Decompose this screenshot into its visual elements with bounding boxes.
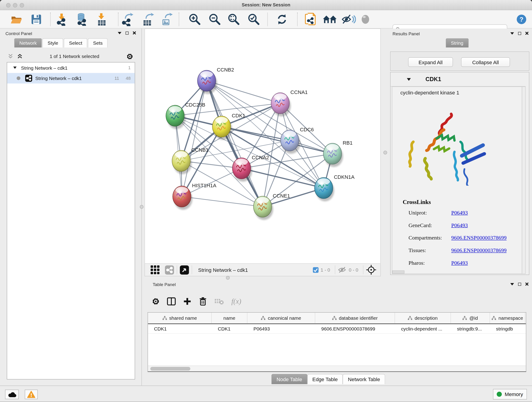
results-hscrollbar[interactable] [392,270,404,274]
warning-button[interactable] [25,390,38,399]
tab-string[interactable]: String [446,38,469,47]
network-graph[interactable]: CCNB2CCNA1CDC25BCDK1CDC6RB1CCNB1CCNA2CDK… [145,29,380,263]
delete-column-icon[interactable] [199,297,207,306]
node-CCNB2[interactable]: CCNB2 [197,67,234,94]
protein-entry-header[interactable]: CDK1 [390,72,525,86]
export-table-icon[interactable] [141,13,156,26]
node-CCNA2[interactable]: CCNA2 [232,155,269,182]
node-HIST1H1A[interactable]: HIST1H1A [173,183,216,210]
add-column-icon[interactable] [183,297,191,306]
panel-menu-icon[interactable] [510,32,514,34]
eye-disabled-icon[interactable] [358,13,373,26]
collapse-all-button[interactable]: Collapse All [461,57,510,67]
tree-expander-icon[interactable] [13,66,17,69]
edge-CCNA2-HIST1H1A[interactable] [182,168,242,197]
panel-close-icon[interactable] [133,31,136,35]
panel-float-icon[interactable] [126,32,128,34]
expand-all-chevron-icon[interactable] [17,54,22,59]
node-CCNE1[interactable]: CCNE1 [253,193,290,220]
left-splitter-handle[interactable] [140,205,143,209]
panel-float-icon[interactable] [518,283,521,286]
tab-edge-table[interactable]: Edge Table [307,374,343,384]
horizontal-splitter-handle[interactable] [226,276,230,280]
network-options-gear-icon[interactable] [127,53,133,60]
zoom-fit-icon[interactable] [226,13,241,26]
table-cell[interactable]: cyclin-dependent ... [395,324,451,333]
node-CCNB1[interactable]: CCNB1 [172,147,209,174]
tab-node-table[interactable]: Node Table [272,374,307,384]
panel-menu-icon[interactable] [510,283,514,285]
refresh-icon[interactable] [274,13,289,26]
cloud-button[interactable] [5,390,19,399]
table-row[interactable]: CDK1CDK1P064939606.ENSP00000378699cyclin… [148,324,526,333]
table-options-gear-icon[interactable] [152,298,159,305]
panel-close-icon[interactable] [525,32,529,35]
column-header-id[interactable]: @id [451,313,490,323]
entry-expander-icon[interactable] [407,78,411,81]
column-header-description[interactable]: description [395,313,451,323]
share-document-icon[interactable] [303,13,318,26]
save-session-icon[interactable] [29,13,44,26]
zoom-selected-icon[interactable] [246,13,261,26]
table-cell[interactable]: P06493 [247,324,315,333]
table-cell[interactable]: 9606.ENSP00000378699 [315,324,395,333]
node-RB1[interactable]: RB1 [323,140,353,167]
edge-CCNB2-HIST1H1A[interactable] [182,81,207,196]
tab-sets[interactable]: Sets [88,38,108,47]
help-icon[interactable]: ? [514,13,529,26]
export-image-icon[interactable] [159,13,174,26]
memory-button[interactable]: Memory [493,389,527,400]
crosslink-link[interactable]: 9606.ENSP00000378699 [451,248,507,254]
crosslink-link[interactable]: P06493 [451,222,468,229]
selected-checkbox-icon[interactable] [313,267,318,273]
node-CDKN1A[interactable]: CDKN1A [315,174,355,201]
network-collection-row[interactable]: String Network – cdk1 1 [7,62,135,73]
edge-CDKN1A-CCNE1[interactable] [263,188,324,206]
network-row[interactable]: String Network – cdk1 11 48 [7,73,135,83]
hide-panel-eye-icon[interactable] [341,13,356,26]
tab-select[interactable]: Select [64,38,87,47]
expand-all-button[interactable]: Expand All [408,57,453,67]
crosslink-link[interactable]: 9606.ENSP00000378699 [451,235,507,241]
import-network-file-icon[interactable] [55,13,70,26]
tab-network-table[interactable]: Network Table [343,374,385,384]
show-columns-icon[interactable] [167,297,176,306]
export-network-icon[interactable] [121,13,136,26]
tab-style[interactable]: Style [43,38,63,47]
column-header-canonicalname[interactable]: canonical name [247,313,315,323]
network-share-view-icon[interactable] [165,265,174,274]
hidden-eye-icon[interactable] [338,266,347,273]
panel-float-icon[interactable] [518,32,521,35]
zoom-out-icon[interactable] [207,13,222,26]
table-cell[interactable]: CDK1 [212,324,247,333]
import-table-file-icon[interactable] [94,13,109,26]
results-vscrollbar[interactable] [522,87,525,274]
table-cell[interactable]: stringdb [490,324,525,333]
column-header-name[interactable]: name [212,313,247,323]
network-canvas[interactable]: CCNB2CCNA1CDC25BCDK1CDC6RB1CCNB1CCNA2CDK… [145,28,381,264]
zoom-in-icon[interactable] [187,13,202,26]
birds-eye-view-icon[interactable] [366,265,376,275]
crosslink-link[interactable]: P06493 [451,260,468,266]
panel-menu-icon[interactable] [118,32,121,34]
column-header-databaseidentifier[interactable]: database identifier [315,313,395,323]
grid-view-icon[interactable] [150,265,160,274]
right-splitter-handle[interactable] [383,151,387,154]
edge-CDK1-RB1[interactable] [222,127,332,153]
collapse-all-chevron-icon[interactable] [8,54,13,59]
table-cell[interactable]: stringdb:9... [451,324,490,333]
open-session-icon[interactable] [9,13,24,26]
column-header-namespace[interactable]: namespace [490,313,525,323]
crosslink-link[interactable]: P06493 [451,210,468,216]
column-header-sharedname[interactable]: shared name [148,313,212,323]
panel-close-icon[interactable] [525,282,529,286]
tab-network[interactable]: Network [14,38,42,47]
edge-HIST1H1A-CCNE1[interactable] [182,196,263,206]
edge-CCNB2-CCNA1[interactable] [207,81,280,103]
import-network-database-icon[interactable] [74,13,89,26]
table-hscrollbar[interactable] [148,366,526,371]
table-cell[interactable]: CDK1 [148,324,212,333]
table-hscrollbar-thumb[interactable] [150,367,190,370]
detach-view-icon[interactable] [180,265,189,274]
homes-icon[interactable] [322,13,337,26]
